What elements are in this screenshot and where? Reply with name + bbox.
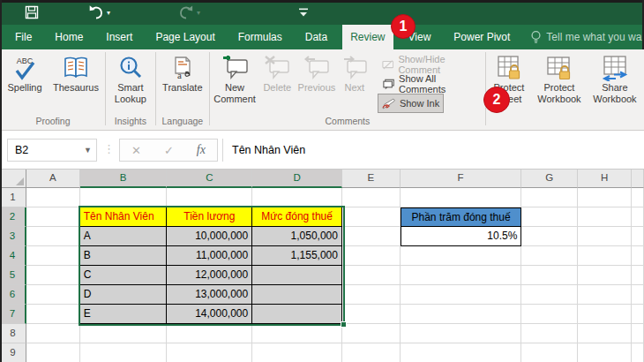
qat-customize-button[interactable]	[298, 4, 309, 20]
cell-H5[interactable]	[578, 266, 632, 285]
tell-me-box[interactable]: Tell me what you want to do	[530, 25, 644, 49]
cell-D7[interactable]	[252, 305, 342, 324]
cell-C6[interactable]: 13,000,000	[167, 285, 252, 305]
cell-H8[interactable]	[578, 324, 632, 343]
show-all-comments-button[interactable]: Show All Comments	[378, 75, 484, 93]
column-header-partial[interactable]	[632, 170, 644, 188]
translate-button[interactable]: a Translate	[157, 52, 208, 94]
cell-B7[interactable]: E	[80, 305, 168, 324]
cell-C3[interactable]: 10,000,000	[167, 227, 252, 246]
row-header-2[interactable]: 2	[0, 207, 26, 227]
row-header-3[interactable]: 3	[0, 227, 26, 246]
insert-function-icon[interactable]: fx	[197, 143, 206, 157]
cell-D9[interactable]	[252, 343, 342, 362]
cell-E7[interactable]	[342, 305, 401, 324]
fill-handle[interactable]	[341, 321, 347, 328]
cell-G4[interactable]	[521, 246, 578, 266]
save-button[interactable]	[25, 4, 39, 20]
cell-E8[interactable]	[342, 324, 401, 343]
cell-C9[interactable]	[167, 343, 252, 362]
tab-power-pivot[interactable]: Power Pivot	[446, 25, 518, 49]
cell-partial[interactable]	[632, 324, 644, 343]
cell-partial[interactable]	[632, 343, 644, 362]
cell-B2[interactable]: Tên Nhân Viên	[80, 207, 168, 227]
tab-home[interactable]: Home	[47, 25, 91, 49]
cell-G7[interactable]	[521, 305, 578, 324]
cell-C5[interactable]: 12,000,000	[167, 266, 252, 285]
tab-insert[interactable]: Insert	[98, 25, 140, 49]
cell-E3[interactable]	[342, 227, 401, 246]
cell-C8[interactable]	[167, 324, 252, 343]
cell-G2[interactable]	[521, 207, 578, 227]
cell-G1[interactable]	[521, 188, 578, 207]
cell-B5[interactable]: C	[80, 266, 168, 285]
column-header-D[interactable]: D	[252, 170, 342, 188]
name-box[interactable]: B2 ▼	[7, 139, 97, 162]
share-workbook-button[interactable]: Share Workbook	[588, 52, 642, 105]
cell-A2[interactable]	[26, 207, 80, 227]
column-header-G[interactable]: G	[521, 170, 578, 188]
spelling-button[interactable]: ABC Spelling	[2, 52, 48, 94]
column-header-C[interactable]: C	[167, 170, 252, 188]
cell-A7[interactable]	[26, 305, 80, 324]
cell-E5[interactable]	[342, 266, 401, 285]
cell-B8[interactable]	[80, 324, 168, 343]
row-header-5[interactable]: 5	[0, 266, 26, 285]
cell-D4[interactable]: 1,155,000	[252, 246, 342, 266]
cell-G8[interactable]	[521, 324, 578, 343]
column-header-H[interactable]: H	[578, 170, 632, 188]
cell-F5[interactable]	[401, 266, 522, 285]
cell-H1[interactable]	[578, 188, 632, 207]
cell-A6[interactable]	[26, 285, 80, 305]
row-header-8[interactable]: 8	[0, 324, 26, 343]
cell-B1[interactable]	[80, 188, 168, 207]
cell-H7[interactable]	[578, 305, 632, 324]
tab-page-layout[interactable]: Page Layout	[147, 25, 222, 49]
tab-file[interactable]: File	[7, 25, 40, 49]
cell-partial[interactable]	[632, 227, 644, 246]
cell-G5[interactable]	[521, 266, 578, 285]
cell-F9[interactable]	[401, 343, 522, 362]
undo-dropdown-caret[interactable]: ▾	[107, 9, 110, 17]
cell-E6[interactable]	[342, 285, 401, 305]
cell-G3[interactable]	[521, 227, 578, 246]
column-header-E[interactable]: E	[342, 170, 401, 188]
cell-A4[interactable]	[26, 246, 80, 266]
row-header-1[interactable]: 1	[0, 188, 26, 207]
formula-input[interactable]: Tên Nhân Viên	[222, 139, 644, 162]
cell-D8[interactable]	[252, 324, 342, 343]
row-header-6[interactable]: 6	[0, 285, 26, 305]
cell-D1[interactable]	[252, 188, 342, 207]
cell-B9[interactable]	[80, 343, 168, 362]
cell-A9[interactable]	[26, 343, 80, 362]
undo-button[interactable]: ▾	[88, 4, 110, 20]
tab-formulas[interactable]: Formulas	[230, 25, 290, 49]
tab-data[interactable]: Data	[297, 25, 335, 49]
cell-D3[interactable]: 1,050,000	[252, 227, 342, 246]
cell-F1[interactable]	[401, 188, 522, 207]
cell-C4[interactable]: 11,000,000	[167, 246, 252, 266]
cell-F8[interactable]	[401, 324, 522, 343]
cell-H3[interactable]	[578, 227, 632, 246]
cell-A1[interactable]	[26, 188, 80, 207]
tab-review[interactable]: Review	[342, 25, 393, 49]
cell-F4[interactable]	[401, 246, 522, 266]
cell-H9[interactable]	[578, 343, 632, 362]
cell-F6[interactable]	[401, 285, 522, 305]
cell-B3[interactable]: A	[80, 227, 168, 246]
column-header-A[interactable]: A	[26, 170, 80, 188]
protect-workbook-button[interactable]: Protect Workbook	[531, 52, 588, 105]
cell-F7[interactable]	[401, 305, 522, 324]
select-all-corner[interactable]	[0, 170, 26, 188]
show-ink-button[interactable]: Show Ink	[378, 94, 443, 112]
cell-H2[interactable]	[578, 207, 632, 227]
cell-E1[interactable]	[342, 188, 401, 207]
name-box-caret-icon[interactable]: ▼	[84, 146, 92, 155]
cell-D5[interactable]	[252, 266, 342, 285]
cell-B6[interactable]: D	[80, 285, 168, 305]
cell-E2[interactable]	[342, 207, 401, 227]
column-header-B[interactable]: B	[80, 170, 168, 188]
cell-D6[interactable]	[252, 285, 342, 305]
cell-F2[interactable]: Phần trăm đóng thuế	[401, 207, 522, 227]
row-header-4[interactable]: 4	[0, 246, 26, 266]
